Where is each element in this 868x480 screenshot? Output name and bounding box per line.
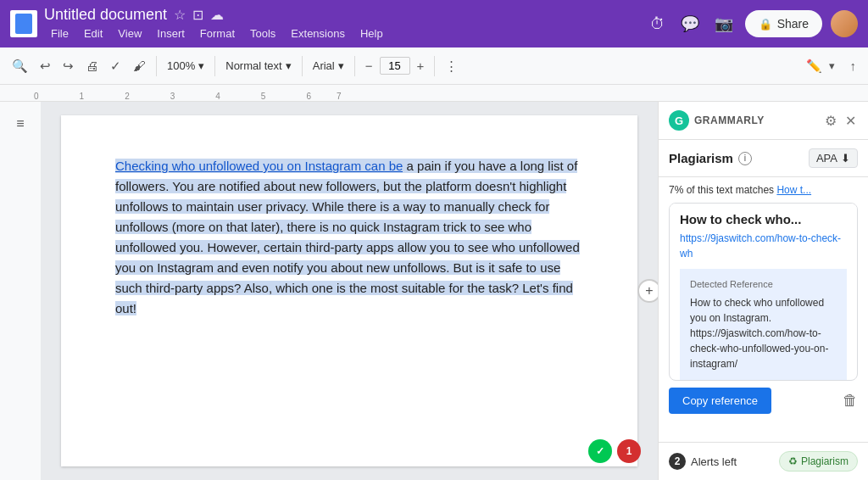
plagiarism-badge-label: Plagiarism — [801, 455, 849, 467]
detected-ref-box: Detected Reference How to check who unfo… — [680, 269, 847, 380]
font-chevron: ▾ — [338, 59, 344, 72]
doc-title: Untitled document — [44, 6, 167, 24]
top-bar: Untitled document ☆ ⊡ ☁ File Edit View I… — [0, 0, 868, 47]
style-select[interactable]: Normal text ▾ — [220, 56, 296, 75]
save-icon[interactable]: ⊡ — [192, 7, 203, 23]
separator-3 — [302, 56, 303, 76]
style-chevron: ▾ — [286, 59, 292, 72]
plagiarism-badge-icon: ♻ — [788, 455, 798, 467]
style-value: Normal text — [225, 59, 281, 72]
more-options-button[interactable]: ⋮ — [440, 55, 463, 77]
doc-icon — [10, 10, 37, 37]
alerts-label: Alerts left — [691, 455, 737, 468]
chat-icon[interactable]: 💬 — [677, 11, 703, 36]
zoom-chevron: ▾ — [198, 59, 204, 72]
font-size-minus[interactable]: − — [360, 55, 378, 76]
pen-icon[interactable]: ✏️ — [801, 55, 827, 77]
match-card: How to check who... https://9jaswitch.co… — [669, 203, 858, 381]
share-label: Share — [777, 17, 809, 31]
doc-text[interactable]: Checking who unfollowed you on Instagram… — [115, 156, 583, 319]
search-button[interactable]: 🔍 — [7, 55, 33, 77]
lock-icon: 🔒 — [759, 18, 772, 31]
zoom-select[interactable]: 100% ▾ — [162, 56, 209, 75]
info-icon[interactable]: i — [738, 152, 752, 165]
share-button[interactable]: 🔒 Share — [745, 10, 822, 37]
alerts-count: 2 — [669, 453, 686, 470]
separator-1 — [156, 56, 157, 76]
download-icon: ⬇ — [841, 152, 850, 165]
expand-icon[interactable]: ↑ — [845, 55, 862, 76]
font-select[interactable]: Arial ▾ — [308, 56, 349, 75]
match-percent-text: 7% of this text matches — [669, 184, 776, 196]
grammarly-header: G GRAMMARLY ⚙ ✕ — [659, 102, 868, 140]
menu-view[interactable]: View — [111, 25, 148, 42]
grammarly-header-icons: ⚙ ✕ — [823, 111, 858, 131]
delete-icon[interactable]: 🗑 — [843, 392, 858, 410]
history-icon[interactable]: ⏱ — [647, 12, 669, 36]
grammarly-panel: G GRAMMARLY ⚙ ✕ Plagiarism i APA ⬇ 7% of… — [658, 102, 868, 480]
green-btn[interactable]: ✓ — [588, 439, 612, 463]
grammarly-bottom: 2 Alerts left ♻ Plagiarism — [659, 442, 868, 480]
close-icon[interactable]: ✕ — [843, 111, 858, 131]
apa-label: APA — [816, 152, 837, 165]
menu-edit[interactable]: Edit — [77, 25, 109, 42]
doc-floating-btns: ✓ 1 — [588, 439, 641, 463]
match-url[interactable]: https://9jaswitch.com/how-to-check-wh — [680, 232, 841, 260]
separator-4 — [354, 56, 355, 76]
redo-button[interactable]: ↪ — [58, 55, 79, 77]
ruler: 0 1 2 3 4 5 6 7 — [0, 85, 868, 102]
copy-reference-button[interactable]: Copy reference — [669, 388, 771, 414]
action-row: Copy reference 🗑 — [659, 381, 868, 421]
grammarly-logo: G GRAMMARLY — [669, 110, 765, 131]
alerts-left: 2 Alerts left — [669, 453, 737, 470]
paint-format-button[interactable]: 🖌 — [128, 55, 151, 76]
plagiarism-text: Plagiarism — [669, 151, 733, 165]
menu-file[interactable]: File — [44, 25, 75, 42]
plagiarism-tab: Plagiarism i APA ⬇ — [659, 140, 868, 177]
menu-extensions[interactable]: Extensions — [284, 25, 352, 42]
font-size-plus[interactable]: + — [412, 55, 430, 76]
grammarly-name: GRAMMARLY — [694, 114, 765, 126]
add-button[interactable]: + — [637, 279, 658, 303]
font-size-value[interactable]: 15 — [380, 57, 410, 75]
match-card-header: How to check who... https://9jaswitch.co… — [670, 204, 857, 269]
star-icon[interactable]: ☆ — [174, 7, 186, 23]
font-size-control: − 15 + — [360, 55, 430, 76]
detected-ref-label: Detected Reference — [690, 277, 837, 292]
main-area: ≡ Checking who unfollowed you on Instagr… — [0, 102, 868, 480]
toolbar: 🔍 ↩ ↪ 🖨 ✓ 🖌 100% ▾ Normal text ▾ Arial ▾… — [0, 47, 868, 85]
avatar[interactable] — [831, 10, 858, 37]
doc-title-section: Untitled document ☆ ⊡ ☁ File Edit View I… — [44, 6, 640, 42]
camera-icon[interactable]: 📷 — [711, 11, 737, 36]
cloud-icon[interactable]: ☁ — [210, 7, 224, 23]
top-bar-right: ⏱ 💬 📷 🔒 Share — [647, 10, 858, 37]
highlighted-text: a pain if you have a long list of follow… — [115, 159, 580, 315]
plagiarism-badge[interactable]: ♻ Plagiarism — [779, 451, 858, 472]
match-source-link[interactable]: How t... — [776, 184, 811, 196]
plagiarism-label: Plagiarism i — [669, 151, 752, 165]
menu-format[interactable]: Format — [193, 25, 242, 42]
undo-button[interactable]: ↩ — [35, 55, 56, 77]
detected-ref-text: How to check who unfollowed you on Insta… — [690, 295, 837, 371]
menu-tools[interactable]: Tools — [243, 25, 282, 42]
settings-icon[interactable]: ⚙ — [823, 111, 838, 131]
editing-chevron[interactable]: ▾ — [829, 59, 835, 72]
menu-help[interactable]: Help — [353, 25, 390, 42]
left-sidebar: ≡ — [0, 102, 41, 480]
outline-icon[interactable]: ≡ — [7, 110, 34, 137]
spellcheck-button[interactable]: ✓ — [105, 55, 126, 77]
apa-badge[interactable]: APA ⬇ — [809, 148, 858, 168]
doc-page: Checking who unfollowed you on Instagram… — [61, 115, 637, 466]
highlighted-link: Checking who unfollowed you on Instagram… — [115, 159, 403, 173]
print-button[interactable]: 🖨 — [81, 55, 103, 76]
menu-bar: File Edit View Insert Format Tools Exten… — [44, 25, 640, 42]
menu-insert[interactable]: Insert — [150, 25, 192, 42]
red-notification-btn[interactable]: 1 — [617, 439, 641, 463]
match-title: How to check who... — [680, 212, 847, 226]
separator-5 — [434, 56, 435, 76]
zoom-value: 100% — [167, 59, 195, 72]
grammarly-icon: G — [669, 110, 689, 131]
font-value: Arial — [313, 59, 335, 72]
doc-area: Checking who unfollowed you on Instagram… — [41, 102, 658, 480]
match-summary: 7% of this text matches How t... — [659, 177, 868, 203]
